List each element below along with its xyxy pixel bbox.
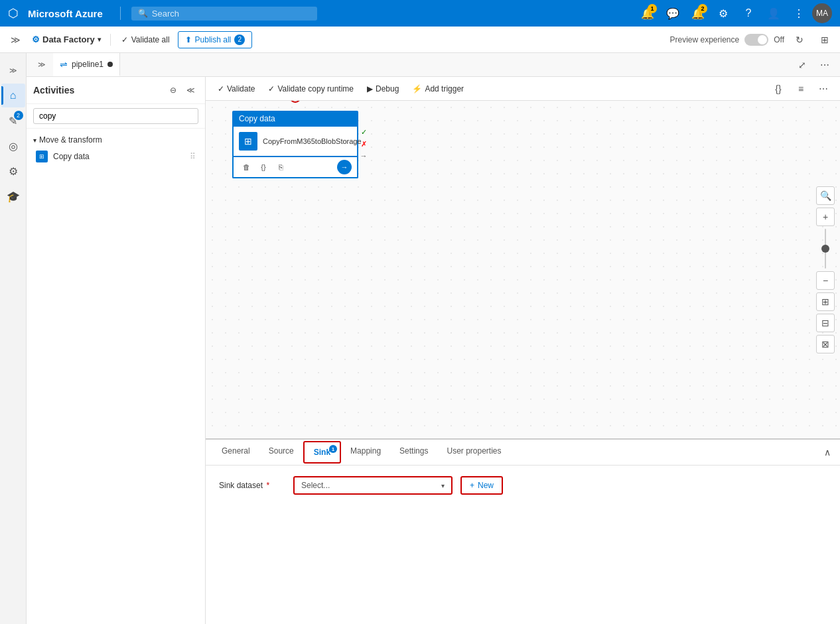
node-status-icons: ✓ ✗ → xyxy=(358,127,369,161)
required-star: * xyxy=(266,481,269,490)
node-actions: 🗑 {} ⎘ → xyxy=(232,157,358,178)
plus-icon: + xyxy=(470,481,474,490)
factory-dropdown-icon[interactable]: ▾ xyxy=(98,36,101,43)
add-trigger-btn[interactable]: ⚡ Add trigger xyxy=(407,82,469,95)
notification-bell-1[interactable]: 🔔 1 xyxy=(636,1,660,25)
toggle-knob xyxy=(758,35,767,44)
node-body: ⊞ CopyFromM365toBlobStorage ✓ ✗ → xyxy=(232,127,358,157)
nav-divider xyxy=(120,7,121,20)
publish-all-button[interactable]: ⬆ Publish all 2 xyxy=(178,31,253,48)
sink-dataset-label: Sink dataset * xyxy=(219,481,285,490)
panel-minimize-icon[interactable]: ≪ xyxy=(182,82,198,98)
debug-btn[interactable]: ▶ Debug xyxy=(362,82,404,95)
apps-icon-btn[interactable]: ⋮ xyxy=(787,1,811,25)
nav-monitor-icon[interactable]: ◎ xyxy=(1,134,25,158)
help-icon-btn[interactable]: ? xyxy=(736,1,760,25)
feedback-icon-btn[interactable]: 👤 xyxy=(762,1,786,25)
expand-all-btn[interactable]: ⊟ xyxy=(816,314,835,332)
list-view-icon[interactable]: ≡ xyxy=(791,79,811,99)
tab-more-options-icon[interactable]: ⋯ xyxy=(815,55,835,75)
toolbar-sep-1 xyxy=(110,34,111,46)
middle-section: Activities ⊖ ≪ ▾ Move & transform xyxy=(27,77,840,624)
second-toolbar: ≫ ⚙ Data Factory ▾ ✓ Validate all ⬆ Publ… xyxy=(0,27,840,53)
tab-source[interactable]: Source xyxy=(259,441,303,464)
preview-toggle-area: Preview experience Off ↻ ⊞ xyxy=(669,30,835,50)
more-options-icon[interactable]: ⋯ xyxy=(813,79,833,99)
user-avatar[interactable]: MA xyxy=(812,3,832,23)
copy-data-node[interactable]: Copy data ⊞ CopyFromM365toBlobStorage ✓ … xyxy=(232,111,358,178)
node-delete-btn[interactable]: 🗑 xyxy=(239,160,253,174)
drag-handle-icon[interactable]: ⠿ xyxy=(190,152,196,161)
tab-sink[interactable]: Sink 1 xyxy=(303,441,341,464)
tab-user-properties[interactable]: User properties xyxy=(437,441,510,464)
notification-bell-2[interactable]: 🔔 2 xyxy=(686,1,710,25)
sink-dataset-select[interactable]: Select... ▾ xyxy=(293,476,453,495)
pipeline-tab-bar: ≫ ⇌ pipeline1 ⤢ ⋯ xyxy=(27,53,840,77)
node-open-btn[interactable]: → xyxy=(337,160,352,174)
status-error-icon: ✗ xyxy=(358,139,369,149)
unsaved-dot xyxy=(107,62,113,67)
validate-all-button[interactable]: ✓ Validate all xyxy=(116,32,175,47)
nav-manage-icon[interactable]: ⚙ xyxy=(1,159,25,183)
debug-icon: ▶ xyxy=(367,84,373,94)
pipeline-tab-label: pipeline1 xyxy=(72,60,104,69)
tab-settings[interactable]: Settings xyxy=(390,441,437,464)
nav-icons: 🔔 1 💬 🔔 2 ⚙ ? 👤 ⋮ MA xyxy=(636,1,832,25)
bottom-panel-collapse-btn[interactable]: ∧ xyxy=(821,444,833,460)
bottom-panel-header: General Source Sink 1 Mapp xyxy=(206,440,840,466)
nav-edit-icon[interactable]: ✎ 2 xyxy=(1,109,25,133)
move-transform-section[interactable]: ▾ Move & transform xyxy=(27,133,205,147)
pipeline-tab-icon: ⇌ xyxy=(60,59,68,70)
sink-dataset-row: Sink dataset * Select... ▾ + New xyxy=(219,476,827,495)
tab-expand-icon[interactable]: ≫ xyxy=(32,55,52,75)
settings-icon-btn[interactable]: ⚙ xyxy=(711,1,735,25)
nav-expand-icon[interactable]: ≫ xyxy=(1,58,25,82)
validate-copy-runtime-btn[interactable]: ✓ Validate copy runtime xyxy=(263,82,359,95)
pipeline-toolbar-right: {} ≡ ⋯ xyxy=(768,79,833,99)
validate-copy-icon: ✓ xyxy=(268,84,275,94)
top-navigation: ⬡ Microsoft Azure 🔍 🔔 1 💬 🔔 2 ⚙ ? 👤 ⋮ MA xyxy=(0,0,840,27)
content-area: ≫ ⇌ pipeline1 ⤢ ⋯ Activities ⊖ ≪ xyxy=(27,53,840,624)
tab-expand-window-icon[interactable]: ⤢ xyxy=(792,55,812,75)
zoom-out-btn[interactable]: − xyxy=(816,271,835,290)
fit-page-btn[interactable]: ⊞ xyxy=(816,292,835,311)
validate-btn[interactable]: ✓ Validate xyxy=(212,82,260,95)
copy-data-activity[interactable]: ⊞ Copy data ⠿ xyxy=(27,147,205,166)
search-canvas-btn[interactable]: 🔍 xyxy=(816,186,835,205)
node-title: Copy data xyxy=(239,114,275,123)
activities-search-input[interactable] xyxy=(33,108,198,124)
panel-collapse-icon[interactable]: ⊖ xyxy=(165,82,181,98)
tab-general[interactable]: General xyxy=(212,441,259,464)
node-copy-btn[interactable]: ⎘ xyxy=(273,160,288,174)
activities-title: Activities xyxy=(33,85,74,95)
nav-home-icon[interactable]: ⌂ xyxy=(1,84,25,107)
publish-icon: ⬆ xyxy=(185,35,192,44)
chat-icon-btn[interactable]: 💬 xyxy=(661,1,685,25)
activities-section: ▾ Move & transform ⊞ Copy data ⠿ xyxy=(27,129,205,170)
expand-left-icon[interactable]: ≫ xyxy=(5,30,25,50)
grid-view-icon-btn[interactable]: ⊞ xyxy=(815,30,835,50)
factory-icon: ⚙ xyxy=(32,34,40,44)
nav-learn-icon[interactable]: 🎓 xyxy=(1,184,25,208)
collapse-view-btn[interactable]: ⊠ xyxy=(816,335,835,353)
refresh-icon-btn[interactable]: ↻ xyxy=(790,30,809,50)
zoom-in-btn[interactable]: + xyxy=(816,208,835,226)
far-left-nav: ≫ ⌂ ✎ 2 ◎ ⚙ 🎓 xyxy=(0,53,27,624)
node-title-bar: Copy data xyxy=(232,111,358,127)
code-view-icon[interactable]: {} xyxy=(768,79,788,99)
node-code-btn[interactable]: {} xyxy=(256,160,271,174)
sink-tab-badge: 1 xyxy=(329,445,337,453)
search-input[interactable] xyxy=(152,9,298,19)
preview-toggle-switch[interactable] xyxy=(744,34,768,46)
pipeline-tab-pipeline1[interactable]: ⇌ pipeline1 xyxy=(53,53,120,76)
search-bar[interactable]: 🔍 xyxy=(131,7,317,21)
pipeline-canvas[interactable]: Copy data ⊞ CopyFromM365toBlobStorage ✓ … xyxy=(206,101,840,438)
new-dataset-button[interactable]: + New xyxy=(460,476,503,495)
edit-badge: 2 xyxy=(14,111,23,120)
status-next-icon: → xyxy=(358,151,369,161)
canvas-area: ✓ Validate ✓ Validate copy runtime ▶ Deb… xyxy=(206,77,840,624)
pipeline-toolbar: ✓ Validate ✓ Validate copy runtime ▶ Deb… xyxy=(206,77,840,101)
tab-mapping[interactable]: Mapping xyxy=(341,441,390,464)
activities-panel: Activities ⊖ ≪ ▾ Move & transform xyxy=(27,77,206,624)
zoom-slider[interactable] xyxy=(825,229,826,269)
